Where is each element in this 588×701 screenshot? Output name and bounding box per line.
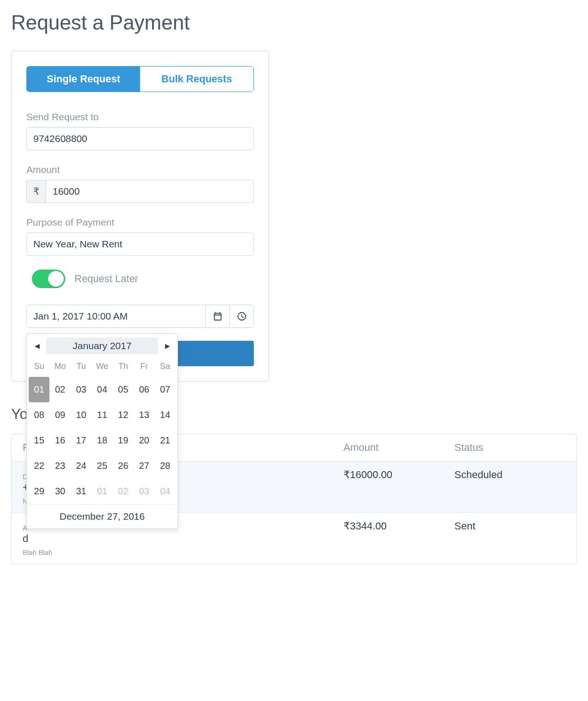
calendar-day-cell[interactable]: 16	[49, 428, 70, 453]
calendar-day-cell[interactable]: 31	[71, 479, 92, 504]
datetime-input-group	[26, 305, 254, 328]
calendar-day-cell[interactable]: 11	[92, 402, 112, 428]
calendar-dow-row: SuMoTuWeThFrSa	[27, 357, 178, 377]
tab-single-request[interactable]: Single Request	[27, 67, 140, 92]
calendar-popover: ◀ January 2017 ▶ SuMoTuWeThFrSa 01020304…	[26, 333, 178, 529]
calendar-icon-button[interactable]	[205, 305, 229, 327]
toggle-knob	[48, 271, 64, 287]
purpose-label: Purpose of Payment	[26, 217, 254, 228]
calendar-day-cell[interactable]: 30	[49, 479, 70, 504]
calendar-day-cell[interactable]: 02	[49, 377, 70, 402]
clock-icon	[237, 311, 247, 321]
amount-input[interactable]	[46, 180, 254, 203]
calendar-today-button[interactable]: December 27, 2016	[27, 504, 178, 529]
send-to-label: Send Request to	[26, 111, 254, 123]
calendar-day-cell[interactable]: 03	[71, 377, 92, 402]
calendar-day-cell[interactable]: 27	[134, 453, 154, 479]
calendar-header: ◀ January 2017 ▶	[27, 338, 178, 357]
calendar-dow-cell: Fr	[134, 357, 154, 377]
calendar-dow-cell: Su	[29, 357, 49, 377]
calendar-day-cell[interactable]: 23	[49, 453, 70, 479]
calendar-prev-button[interactable]: ◀	[31, 339, 43, 353]
calendar-day-cell[interactable]: 06	[134, 377, 154, 402]
currency-prefix: ₹	[26, 180, 46, 203]
calendar-icon	[213, 311, 223, 321]
calendar-day-cell[interactable]: 12	[113, 402, 134, 428]
chevron-right-icon: ▶	[165, 342, 170, 350]
calendar-dow-cell: Mo	[49, 357, 70, 377]
request-type-tabs: Single Request Bulk Requests	[26, 66, 254, 92]
calendar-next-button[interactable]: ▶	[161, 339, 174, 353]
send-to-input[interactable]	[26, 127, 254, 150]
td-amount: ₹16000.00	[343, 469, 454, 481]
calendar-day-cell[interactable]: 25	[92, 453, 112, 479]
calendar-day-cell[interactable]: 28	[155, 453, 176, 479]
calendar-day-cell[interactable]: 22	[29, 453, 49, 479]
calendar-day-cell[interactable]: 15	[29, 428, 49, 453]
calendar-dow-cell: Tu	[71, 357, 92, 377]
purpose-input[interactable]	[26, 233, 254, 256]
calendar-day-cell[interactable]: 08	[29, 402, 49, 428]
chevron-left-icon: ◀	[35, 342, 40, 350]
page-title: Request a Payment	[11, 11, 577, 34]
calendar-day-cell[interactable]: 01	[29, 377, 49, 402]
calendar-dow-cell: Th	[113, 357, 134, 377]
calendar-day-cell[interactable]: 05	[113, 377, 134, 402]
calendar-day-cell[interactable]: 10	[71, 402, 92, 428]
calendar-day-cell[interactable]: 19	[113, 428, 134, 453]
request-later-row: Request Later	[26, 270, 254, 288]
tab-bulk-requests[interactable]: Bulk Requests	[140, 67, 253, 92]
request-later-toggle[interactable]	[32, 270, 65, 288]
calendar-dow-cell: Sa	[155, 357, 176, 377]
amount-input-group: ₹	[26, 180, 254, 203]
calendar-day-cell[interactable]: 29	[29, 479, 49, 504]
request-later-label: Request Later	[74, 273, 138, 285]
calendar-day-cell[interactable]: 13	[134, 402, 154, 428]
calendar-day-cell[interactable]: 02	[113, 479, 134, 504]
calendar-days-grid: 0102030405060708091011121314151617181920…	[27, 377, 178, 504]
td-status: Scheduled	[454, 469, 565, 481]
calendar-day-cell[interactable]: 18	[92, 428, 112, 453]
calendar-day-cell[interactable]: 04	[92, 377, 112, 402]
calendar-day-cell[interactable]: 26	[113, 453, 134, 479]
th-amount: Amount	[343, 442, 454, 454]
calendar-day-cell[interactable]: 21	[155, 428, 176, 453]
request-form-card: Single Request Bulk Requests Send Reques…	[11, 51, 269, 381]
td-amount: ₹3344.00	[343, 520, 454, 532]
calendar-day-cell[interactable]: 09	[49, 402, 70, 428]
calendar-day-cell[interactable]: 20	[134, 428, 154, 453]
calendar-day-cell[interactable]: 17	[71, 428, 92, 453]
datetime-input[interactable]	[27, 305, 205, 327]
td-status: Sent	[454, 520, 565, 532]
calendar-day-cell[interactable]: 14	[155, 402, 176, 428]
calendar-month-button[interactable]: January 2017	[46, 338, 158, 354]
calendar-day-cell[interactable]: 24	[71, 453, 92, 479]
calendar-dow-cell: We	[92, 357, 112, 377]
calendar-day-cell[interactable]: 03	[134, 479, 154, 504]
clock-icon-button[interactable]	[229, 305, 253, 327]
calendar-day-cell[interactable]: 04	[155, 479, 176, 504]
th-status: Status	[454, 442, 565, 454]
calendar-day-cell[interactable]: 07	[155, 377, 176, 402]
amount-label: Amount	[26, 164, 254, 175]
calendar-day-cell[interactable]: 01	[92, 479, 112, 504]
